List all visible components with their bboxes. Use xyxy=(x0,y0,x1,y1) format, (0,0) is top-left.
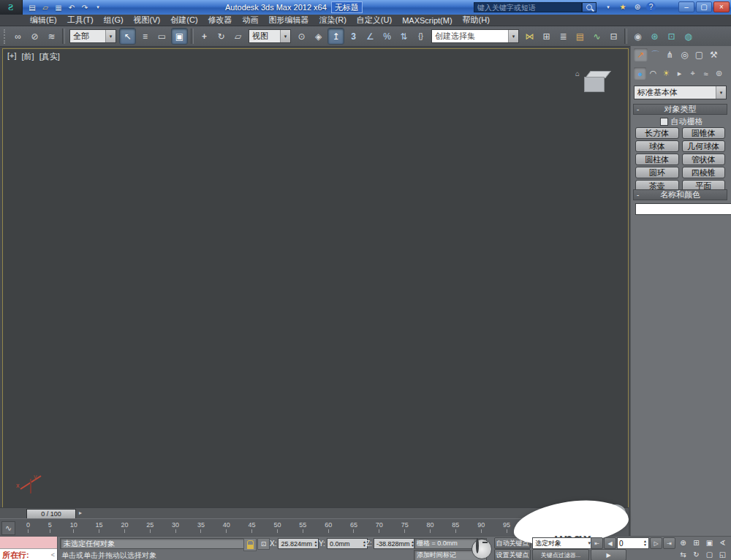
select-and-rotate-icon[interactable]: ↻ xyxy=(213,29,229,44)
undo-icon[interactable]: ↶ xyxy=(66,2,77,13)
help-icon[interactable]: ? xyxy=(646,2,656,12)
pan-icon[interactable]: ⇆ xyxy=(677,549,689,560)
rollout-name-color[interactable]: - 名称和颜色 xyxy=(633,189,727,200)
render-production-icon[interactable]: ◍ xyxy=(681,29,696,44)
set-keys-button[interactable] xyxy=(471,539,492,559)
percent-snap-icon[interactable]: % xyxy=(379,29,395,44)
viewport-front[interactable]: [+] [前] [真实] ⌂ x y xyxy=(2,48,629,509)
menu-tools[interactable]: 工具(T) xyxy=(62,15,99,26)
sphere-button[interactable]: 球体 xyxy=(635,140,679,152)
unlink-selection-icon[interactable]: ⊘ xyxy=(27,29,42,44)
rollout-object-type[interactable]: - 对象类型 xyxy=(633,104,727,115)
search-button[interactable] xyxy=(582,2,596,12)
minimize-button[interactable]: – xyxy=(678,1,694,12)
zoom-all-icon[interactable]: ⊞ xyxy=(690,537,702,548)
graphite-ribbon-icon[interactable]: ▤ xyxy=(572,29,588,44)
layer-manager-icon[interactable]: ≣ xyxy=(556,29,571,44)
menu-maxscript[interactable]: MAXScript(M) xyxy=(397,15,457,26)
select-and-move-icon[interactable]: + xyxy=(197,29,212,44)
pyramid-button[interactable]: 四棱锥 xyxy=(682,167,726,178)
category-systems-icon[interactable]: ⊚ xyxy=(713,67,725,80)
redo-icon[interactable]: ↷ xyxy=(79,2,91,13)
spinner-icon[interactable]: ▲▼ xyxy=(314,540,318,548)
set-key-button[interactable]: 设置关键点 xyxy=(494,549,531,560)
maxscript-mini-listener[interactable]: 所在行: < xyxy=(0,537,58,560)
category-space-warps-icon[interactable]: ≈ xyxy=(700,67,712,80)
named-selection-set-combo[interactable]: 创建选择集 ▾ xyxy=(431,29,519,43)
use-pivot-center-icon[interactable]: ⊙ xyxy=(294,29,309,44)
menu-help[interactable]: 帮助(H) xyxy=(458,15,495,26)
key-filters-button[interactable]: 关键点过滤器... xyxy=(532,549,589,560)
listener-collapse-icon[interactable]: < xyxy=(51,551,55,559)
macro-recorder-row[interactable] xyxy=(0,537,57,549)
zoom-region-icon[interactable]: ▢ xyxy=(703,549,716,560)
cylinder-button[interactable]: 圆柱体 xyxy=(635,154,679,165)
viewcube[interactable]: ⌂ xyxy=(575,68,612,97)
go-to-end-icon[interactable]: ⇥ xyxy=(663,537,675,549)
rendered-frame-window-icon[interactable]: ⊡ xyxy=(664,29,679,44)
tab-modify-icon[interactable]: ⌒ xyxy=(648,48,662,61)
z-field[interactable]: -38.828mm ▲▼ xyxy=(374,538,416,549)
maximize-button[interactable]: ▢ xyxy=(696,1,712,12)
menu-edit[interactable]: 编辑(E) xyxy=(25,15,62,26)
reference-coordinate-dropdown[interactable]: 视图 ▾ xyxy=(249,29,291,43)
selection-lock-button[interactable] xyxy=(243,538,257,551)
orbit-icon[interactable]: ↻ xyxy=(690,549,702,560)
menu-group[interactable]: 组(G) xyxy=(99,15,129,26)
mini-curve-editor-icon[interactable]: ∿ xyxy=(1,521,15,535)
box-button[interactable]: 长方体 xyxy=(635,127,679,139)
favorites-star-icon[interactable]: ★ xyxy=(617,1,629,12)
next-frame-icon[interactable]: ▷ xyxy=(650,537,662,549)
geosphere-button[interactable]: 几何球体 xyxy=(682,140,726,152)
menu-modifiers[interactable]: 修改器 xyxy=(203,15,238,26)
bind-to-space-warp-icon[interactable]: ≋ xyxy=(44,29,59,44)
schematic-view-icon[interactable]: ⊟ xyxy=(606,29,621,44)
tab-hierarchy-icon[interactable]: ⋔ xyxy=(663,48,677,61)
viewcube-home-icon[interactable]: ⌂ xyxy=(575,69,580,77)
curve-editor-icon[interactable]: ∿ xyxy=(589,29,605,44)
zoom-icon[interactable]: ⊕ xyxy=(677,537,689,548)
app-menu-button[interactable]: S xyxy=(0,0,23,15)
category-shapes-icon[interactable]: ◠ xyxy=(647,67,659,80)
select-object-icon[interactable]: ↖ xyxy=(119,28,136,45)
current-frame-field[interactable]: 0 ▲▼ xyxy=(617,537,649,549)
save-file-icon[interactable]: ▦ xyxy=(53,2,64,13)
go-to-start-icon[interactable]: ⇤ xyxy=(591,537,603,549)
spinner-icon[interactable]: ▲▼ xyxy=(643,540,647,547)
previous-frame-icon[interactable]: ◀ xyxy=(604,537,616,549)
y-field[interactable]: 0.0mm ▲▼ xyxy=(327,538,368,549)
time-slider-handle[interactable]: 0 / 100 xyxy=(26,509,76,519)
zoom-extents-icon[interactable]: ▣ xyxy=(703,537,716,548)
snap-toggle-3d-icon[interactable]: 3 xyxy=(346,29,361,44)
new-file-icon[interactable]: ▤ xyxy=(26,2,38,13)
rectangular-selection-region-icon[interactable]: ▭ xyxy=(154,29,170,44)
edit-named-selection-sets-icon[interactable]: {} xyxy=(413,29,428,44)
absolute-offset-toggle[interactable]: ⊡ xyxy=(257,538,270,550)
menu-customize[interactable]: 自定义(U) xyxy=(352,15,397,26)
category-helpers-icon[interactable]: ⌖ xyxy=(686,67,699,80)
search-input[interactable] xyxy=(474,2,582,12)
toolbar-grip[interactable] xyxy=(4,29,8,44)
object-name-input[interactable] xyxy=(635,203,731,215)
menu-animation[interactable]: 动画 xyxy=(238,15,264,26)
render-setup-icon[interactable]: ⊛ xyxy=(647,29,662,44)
app-exchange-icon[interactable]: ⊛ xyxy=(632,1,643,12)
tube-button[interactable]: 管状体 xyxy=(682,154,726,165)
next-frame-arrow-icon[interactable]: ▸ xyxy=(79,510,82,516)
category-cameras-icon[interactable]: ▸ xyxy=(673,67,686,80)
viewport-shading-menu[interactable]: [真实] xyxy=(39,51,60,62)
viewport-general-menu[interactable]: [+] xyxy=(7,51,17,62)
select-and-link-icon[interactable]: ∞ xyxy=(10,29,26,44)
align-icon[interactable]: ⊞ xyxy=(539,29,554,44)
window-crossing-icon[interactable]: ▣ xyxy=(171,28,188,45)
autogrid-checkbox[interactable] xyxy=(660,118,668,126)
selection-filter-dropdown[interactable]: 全部 ▾ xyxy=(69,29,116,43)
viewcube-front-face[interactable] xyxy=(584,77,605,92)
menu-rendering[interactable]: 渲染(R) xyxy=(314,15,352,26)
mirror-icon[interactable]: ⋈ xyxy=(522,29,537,44)
torus-button[interactable]: 圆环 xyxy=(635,167,679,178)
play-animation-icon[interactable]: ▶ xyxy=(591,549,626,560)
subcategory-dropdown[interactable]: 标准基本体 ▾ xyxy=(634,86,727,99)
menu-create[interactable]: 创建(C) xyxy=(165,15,202,26)
tab-motion-icon[interactable]: ◎ xyxy=(678,48,692,61)
